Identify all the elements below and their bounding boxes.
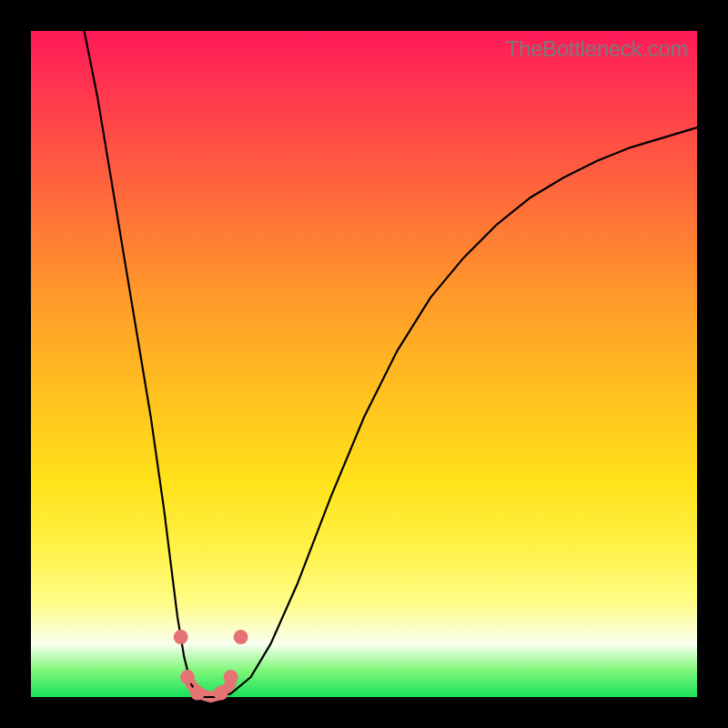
plot-area: TheBottleneck.com (31, 31, 697, 697)
data-marker (190, 686, 205, 701)
data-marker (174, 630, 188, 644)
data-marker (234, 630, 248, 644)
bottleneck-curve (85, 31, 697, 697)
chart-frame: TheBottleneck.com (0, 0, 728, 728)
data-marker (224, 670, 238, 684)
data-marker (214, 686, 228, 701)
data-marker (180, 670, 195, 684)
chart-svg (31, 31, 697, 697)
